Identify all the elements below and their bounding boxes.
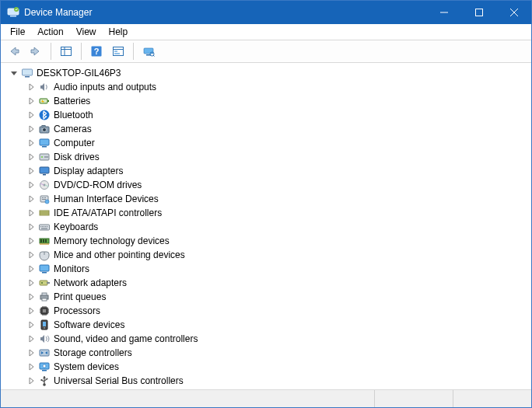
- expander-closed-icon[interactable]: [26, 152, 37, 162]
- tree-category-node[interactable]: Sound, video and game controllers: [5, 332, 531, 346]
- tree-category-node[interactable]: System devices: [5, 360, 531, 374]
- tree-category-node[interactable]: Print queues: [5, 290, 531, 304]
- menu-action[interactable]: Action: [31, 26, 69, 38]
- help-icon: ?: [90, 45, 103, 58]
- svg-rect-26: [42, 126, 45, 127]
- tree-category-label: IDE ATA/ATAPI controllers: [54, 206, 162, 220]
- tree-category-node[interactable]: Monitors: [5, 262, 531, 276]
- tree-category-label: Print queues: [54, 290, 106, 304]
- network-icon: [38, 277, 51, 289]
- expander-closed-icon[interactable]: [26, 263, 37, 274]
- svg-rect-34: [43, 174, 46, 176]
- expander-closed-icon[interactable]: [26, 166, 37, 176]
- expander-closed-icon[interactable]: [26, 194, 37, 204]
- svg-point-66: [41, 282, 43, 284]
- expander-closed-icon[interactable]: [26, 319, 37, 330]
- svg-rect-52: [44, 226, 44, 227]
- tree-category-node[interactable]: Cameras: [5, 122, 531, 136]
- scan-hardware-icon: [142, 45, 155, 58]
- hid-icon: [38, 193, 51, 205]
- tree-category-node[interactable]: Disk drives: [5, 150, 531, 164]
- expander-closed-icon[interactable]: [26, 249, 37, 260]
- maximize-button[interactable]: [461, 1, 496, 24]
- app-icon: [7, 6, 19, 19]
- svg-rect-63: [42, 272, 47, 274]
- expander-closed-icon[interactable]: [26, 221, 37, 232]
- svg-rect-59: [45, 239, 47, 242]
- expander-closed-icon[interactable]: [26, 347, 37, 358]
- expander-closed-icon[interactable]: [26, 235, 37, 246]
- svg-rect-23: [47, 100, 49, 102]
- optical-icon: [38, 179, 51, 191]
- expander-closed-icon[interactable]: [26, 291, 37, 302]
- tb-help-button[interactable]: ?: [86, 42, 107, 61]
- tb-back-button[interactable]: [4, 42, 24, 61]
- tree-category-node[interactable]: Keyboards: [5, 220, 531, 234]
- toolbar: ?: [1, 40, 531, 63]
- expander-closed-icon[interactable]: [26, 305, 37, 316]
- tree-categories: Audio inputs and outputsBatteriesBluetoo…: [5, 80, 531, 388]
- tree-category-node[interactable]: Human Interface Devices: [5, 192, 531, 206]
- tree-category-label: Bluetooth: [54, 108, 93, 122]
- tree-category-node[interactable]: Storage controllers: [5, 346, 531, 360]
- tree-category-node[interactable]: IDE ATA/ATAPI controllers: [5, 206, 531, 220]
- tree-category-node[interactable]: Software devices: [5, 318, 531, 332]
- svg-rect-38: [42, 197, 44, 198]
- svg-rect-54: [47, 226, 47, 227]
- menu-help[interactable]: Help: [103, 26, 135, 38]
- usb-icon: [38, 375, 51, 387]
- expander-closed-icon[interactable]: [26, 207, 37, 218]
- expander-open-icon[interactable]: [9, 68, 19, 78]
- titlebar[interactable]: Device Manager: [1, 1, 531, 24]
- tree-category-node[interactable]: Mice and other pointing devices: [5, 248, 531, 262]
- expander-closed-icon[interactable]: [26, 375, 37, 386]
- ide-icon: [38, 207, 51, 219]
- svg-point-27: [43, 128, 47, 132]
- tree-category-label: System devices: [54, 360, 119, 374]
- expander-closed-icon[interactable]: [26, 124, 37, 134]
- expander-closed-icon[interactable]: [26, 277, 37, 288]
- tb-forward-button[interactable]: [26, 42, 46, 61]
- tb-properties-button[interactable]: [108, 42, 128, 61]
- tree-category-node[interactable]: Batteries: [5, 94, 531, 108]
- properties-icon: [112, 45, 124, 58]
- expander-closed-icon[interactable]: [26, 361, 37, 372]
- tb-scan-hardware-button[interactable]: [138, 42, 159, 61]
- menubar: File Action View Help: [1, 24, 531, 40]
- tree-category-label: Universal Serial Bus controllers: [54, 374, 184, 388]
- printer-icon: [38, 291, 51, 303]
- tree-category-node[interactable]: DVD/CD-ROM drives: [5, 178, 531, 192]
- close-button[interactable]: [496, 1, 531, 24]
- svg-rect-49: [40, 225, 50, 230]
- tree-category-node[interactable]: Universal Serial Bus controllers: [5, 374, 531, 388]
- svg-rect-14: [114, 51, 117, 52]
- tree-category-node[interactable]: Audio inputs and outputs: [5, 80, 531, 94]
- tree-category-node[interactable]: Display adapters: [5, 164, 531, 178]
- expander-closed-icon[interactable]: [26, 82, 37, 92]
- tree-category-node[interactable]: Computer: [5, 136, 531, 150]
- minimize-button[interactable]: [426, 1, 461, 24]
- menu-view[interactable]: View: [70, 26, 103, 38]
- device-tree[interactable]: DESKTOP-GIL46P3 Audio inputs and outputs…: [1, 63, 531, 389]
- arrow-left-icon: [8, 45, 20, 58]
- expander-closed-icon[interactable]: [26, 96, 37, 106]
- status-pane-3: [453, 390, 531, 407]
- expander-closed-icon[interactable]: [26, 138, 37, 148]
- computer-icon: [38, 137, 51, 149]
- tree-category-node[interactable]: Memory technology devices: [5, 234, 531, 248]
- svg-rect-89: [42, 370, 47, 371]
- tree-category-node[interactable]: Bluetooth: [5, 108, 531, 122]
- tree-root-node[interactable]: DESKTOP-GIL46P3: [5, 66, 531, 80]
- expander-closed-icon[interactable]: [26, 333, 37, 344]
- statusbar: [1, 389, 531, 407]
- toolbar-divider: [133, 43, 134, 60]
- tree-category-label: Software devices: [54, 318, 124, 332]
- expander-closed-icon[interactable]: [26, 180, 37, 190]
- tree-category-node[interactable]: Processors: [5, 304, 531, 318]
- svg-rect-55: [41, 228, 47, 229]
- tree-category-node[interactable]: Network adapters: [5, 276, 531, 290]
- menu-file[interactable]: File: [4, 26, 31, 38]
- expander-closed-icon[interactable]: [26, 110, 37, 120]
- svg-rect-51: [42, 226, 43, 227]
- tb-show-hide-tree-button[interactable]: [56, 42, 76, 61]
